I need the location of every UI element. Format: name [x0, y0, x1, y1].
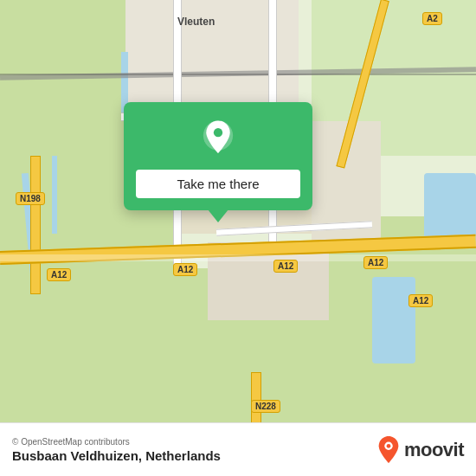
road-label-a12-right: A12 [363, 256, 388, 269]
n198-road [30, 156, 41, 294]
bottom-info: © OpenStreetMap contributors Busbaan Vel… [12, 437, 221, 463]
road-label-a12-mid2: A12 [273, 260, 298, 273]
moovit-pin-icon [376, 435, 401, 465]
water-right [372, 277, 415, 363]
road-label-a12-mid: A12 [173, 263, 197, 276]
moovit-logo: moovit [376, 435, 464, 465]
canal-2 [52, 156, 57, 234]
osm-attribution: © OpenStreetMap contributors [12, 437, 221, 447]
railroad-line [0, 74, 476, 75]
road-label-a12-far: A12 [408, 294, 433, 307]
svg-point-3 [387, 443, 391, 447]
green-area-bottom-left [0, 242, 173, 433]
road-label-n198: N198 [16, 192, 45, 205]
a12-center-line [0, 254, 476, 261]
road-label-n228: N228 [251, 400, 280, 413]
location-name: Busbaan Veldhuizen, Netherlands [12, 448, 221, 463]
road-label-a2: A2 [422, 12, 442, 25]
location-pin-icon [197, 118, 239, 159]
map-container: Vleuten N198 A12 A12 A12 A12 A12 A2 N228… [0, 0, 476, 476]
pond [424, 173, 476, 242]
road-label-a12-left: A12 [47, 268, 71, 281]
svg-point-1 [214, 128, 222, 137]
moovit-brand-text: moovit [404, 439, 464, 461]
popup-card: Take me there [124, 102, 312, 210]
take-me-there-button[interactable]: Take me there [136, 170, 300, 198]
town-label-vleuten: Vleuten [177, 16, 215, 28]
bottom-bar: © OpenStreetMap contributors Busbaan Vel… [0, 422, 476, 476]
